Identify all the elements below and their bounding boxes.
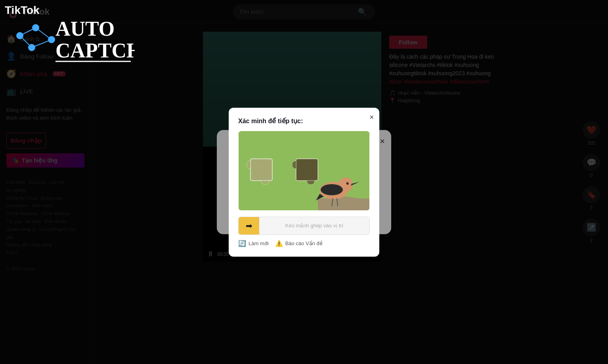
captcha-bird-image (238, 131, 370, 210)
report-icon: ⚠️ (275, 240, 283, 247)
refresh-icon: 🔄 (238, 240, 246, 247)
svg-point-7 (321, 184, 343, 195)
svg-point-5 (346, 182, 349, 185)
refresh-label: Làm mới (249, 240, 269, 246)
svg-rect-10 (250, 159, 272, 181)
captcha-title: Xác minh để tiếp tục: (238, 117, 370, 125)
captcha-refresh-button[interactable]: 🔄 Làm mới (238, 240, 269, 247)
svg-point-6 (348, 183, 348, 183)
captcha-slider[interactable]: ➡ Kéo mảnh ghép vào vị trí (238, 217, 370, 235)
report-label: Báo cáo Vấn đề (285, 240, 323, 246)
captcha-actions: 🔄 Làm mới ⚠️ Báo cáo Vấn đề (238, 240, 370, 247)
captcha-image (238, 131, 370, 210)
svg-rect-11 (296, 159, 318, 181)
slider-label: Kéo mảnh ghép vào vị trí (285, 223, 343, 229)
slider-track: Kéo mảnh ghép vào vị trí (259, 217, 369, 234)
slider-arrow-button[interactable]: ➡ (239, 217, 259, 234)
captcha-close-button[interactable]: × (369, 113, 374, 122)
svg-rect-2 (318, 198, 369, 210)
captcha-report-button[interactable]: ⚠️ Báo cáo Vấn đề (275, 240, 323, 247)
captcha-modal: Xác minh để tiếp tục: × (229, 108, 379, 257)
